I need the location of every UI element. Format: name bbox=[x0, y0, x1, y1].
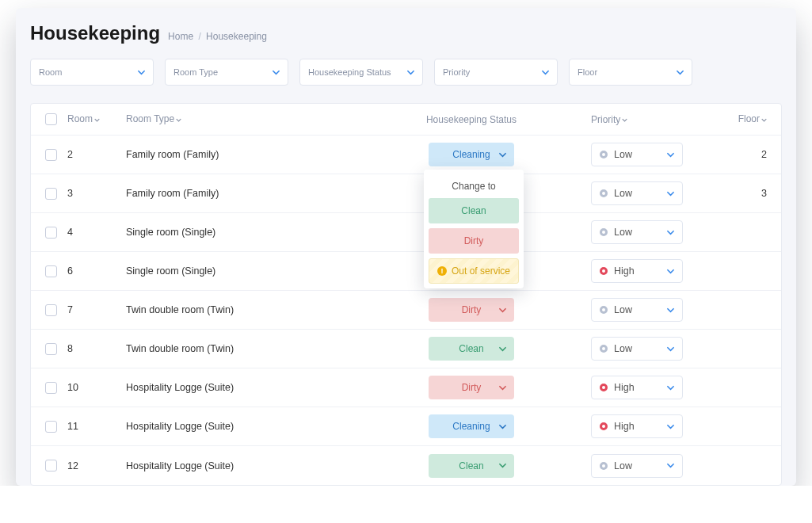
priority-select[interactable]: High bbox=[591, 376, 683, 399]
sort-caret-icon bbox=[94, 114, 100, 125]
table-header: Room Room Type Housekeeping Status Prior… bbox=[31, 104, 781, 136]
priority-dot-icon bbox=[600, 267, 608, 275]
table-row: 7 Twin double room (Twin) Dirty Low bbox=[31, 291, 781, 330]
breadcrumb: Home / Housekeeping bbox=[168, 31, 267, 42]
row-checkbox[interactable] bbox=[45, 382, 57, 394]
priority-select[interactable]: Low bbox=[591, 143, 683, 166]
row-checkbox[interactable] bbox=[45, 188, 57, 200]
col-header-room[interactable]: Room bbox=[67, 113, 126, 125]
room-type: Single room (Single) bbox=[126, 265, 388, 277]
filter-room[interactable]: Room bbox=[30, 59, 154, 86]
priority-value: Low bbox=[614, 343, 632, 354]
priority-value: Low bbox=[614, 188, 632, 199]
filter-room-type[interactable]: Room Type bbox=[165, 59, 288, 86]
status-select[interactable]: Cleaning Change to Clean Dirty ! Out of … bbox=[429, 143, 514, 166]
room-number: 7 bbox=[67, 304, 126, 315]
filter-floor[interactable]: Floor bbox=[569, 59, 692, 86]
priority-select[interactable]: High bbox=[591, 259, 683, 283]
chevron-down-icon bbox=[667, 345, 674, 353]
chevron-down-icon bbox=[667, 384, 674, 391]
room-number: 11 bbox=[67, 421, 126, 432]
priority-value: Low bbox=[614, 304, 632, 315]
filter-bar: RoomRoom TypeHousekeeping StatusPriority… bbox=[30, 59, 782, 86]
priority-dot-icon bbox=[600, 306, 608, 314]
priority-value: High bbox=[614, 421, 635, 432]
room-type: Twin double room (Twin) bbox=[126, 304, 388, 315]
filter-label: Floor bbox=[578, 67, 597, 77]
housekeeping-table: Room Room Type Housekeeping Status Prior… bbox=[30, 103, 782, 486]
dropdown-option-out-of-service[interactable]: ! Out of service bbox=[429, 258, 519, 284]
room-number: 3 bbox=[67, 188, 126, 199]
row-checkbox[interactable] bbox=[45, 343, 57, 355]
room-number: 2 bbox=[67, 149, 126, 160]
col-header-type[interactable]: Room Type bbox=[126, 113, 388, 125]
row-checkbox[interactable] bbox=[45, 265, 57, 277]
col-header-status[interactable]: Housekeeping Status bbox=[388, 114, 555, 125]
priority-select[interactable]: Low bbox=[591, 454, 683, 478]
chevron-down-icon bbox=[677, 69, 684, 76]
col-header-floor[interactable]: Floor bbox=[713, 113, 767, 125]
filter-label: Room Type bbox=[173, 67, 218, 77]
row-checkbox[interactable] bbox=[45, 149, 57, 161]
room-number: 6 bbox=[67, 265, 126, 277]
priority-dot-icon bbox=[600, 151, 608, 158]
priority-select[interactable]: Low bbox=[591, 298, 683, 322]
chevron-down-icon bbox=[667, 190, 674, 197]
chevron-down-icon bbox=[273, 69, 280, 76]
table-row: 12 Hospitality Logge (Suite) Clean Low bbox=[31, 446, 781, 485]
table-row: 2 Family room (Family) Cleaning Change t… bbox=[31, 136, 781, 174]
dropdown-title: Change to bbox=[429, 176, 519, 198]
dropdown-option-dirty[interactable]: Dirty bbox=[429, 228, 519, 254]
priority-value: Low bbox=[614, 460, 632, 471]
table-row: 11 Hospitality Logge (Suite) Cleaning Hi… bbox=[31, 407, 781, 446]
priority-select[interactable]: Low bbox=[591, 181, 683, 205]
row-checkbox[interactable] bbox=[45, 304, 57, 316]
dropdown-option-clean[interactable]: Clean bbox=[429, 198, 519, 223]
filter-priority[interactable]: Priority bbox=[434, 59, 558, 86]
chevron-down-icon bbox=[667, 462, 674, 469]
chevron-down-icon bbox=[667, 268, 674, 275]
page-header: Housekeeping Home / Housekeeping bbox=[30, 22, 782, 44]
table-body: 2 Family room (Family) Cleaning Change t… bbox=[31, 136, 781, 485]
priority-select[interactable]: High bbox=[591, 414, 683, 438]
room-number: 4 bbox=[67, 227, 126, 238]
filter-label: Priority bbox=[443, 67, 470, 77]
page-title: Housekeeping bbox=[30, 22, 160, 44]
status-select[interactable]: Clean bbox=[429, 454, 514, 478]
chevron-down-icon bbox=[499, 462, 506, 469]
priority-dot-icon bbox=[600, 189, 608, 197]
table-row: 4 Single room (Single) Low bbox=[31, 213, 781, 252]
chevron-down-icon bbox=[499, 151, 506, 158]
col-header-priority[interactable]: Priority bbox=[555, 114, 713, 125]
room-type: Family room (Family) bbox=[126, 188, 388, 199]
row-checkbox[interactable] bbox=[45, 227, 57, 239]
status-select[interactable]: Cleaning bbox=[429, 414, 514, 438]
status-select[interactable]: Dirty bbox=[429, 298, 514, 322]
floor-number: 2 bbox=[713, 149, 767, 160]
housekeeping-panel: Housekeeping Home / Housekeeping RoomRoo… bbox=[16, 8, 796, 486]
status-value: Dirty bbox=[462, 304, 482, 315]
breadcrumb-home[interactable]: Home bbox=[168, 31, 193, 42]
priority-dot-icon bbox=[600, 228, 608, 236]
priority-select[interactable]: Low bbox=[591, 337, 683, 361]
priority-dot-icon bbox=[600, 384, 608, 391]
breadcrumb-separator: / bbox=[198, 31, 200, 42]
floor-number: 3 bbox=[713, 188, 767, 199]
priority-dot-icon bbox=[600, 345, 608, 353]
priority-dot-icon bbox=[600, 422, 608, 430]
room-type: Single room (Single) bbox=[126, 227, 388, 238]
priority-select[interactable]: Low bbox=[591, 220, 683, 244]
select-all-checkbox[interactable] bbox=[45, 113, 57, 125]
status-select[interactable]: Dirty bbox=[429, 376, 514, 399]
sort-caret-icon bbox=[176, 114, 181, 125]
row-checkbox[interactable] bbox=[45, 421, 57, 433]
status-value: Clean bbox=[459, 343, 483, 354]
sort-caret-icon bbox=[622, 114, 627, 125]
room-type: Hospitality Logge (Suite) bbox=[126, 421, 388, 432]
status-value: Clean bbox=[459, 460, 483, 471]
row-checkbox[interactable] bbox=[45, 460, 57, 471]
status-select[interactable]: Clean bbox=[429, 337, 514, 361]
chevron-down-icon bbox=[499, 423, 506, 430]
filter-housekeeping-status[interactable]: Housekeeping Status bbox=[299, 59, 423, 86]
filter-label: Housekeeping Status bbox=[308, 67, 391, 77]
